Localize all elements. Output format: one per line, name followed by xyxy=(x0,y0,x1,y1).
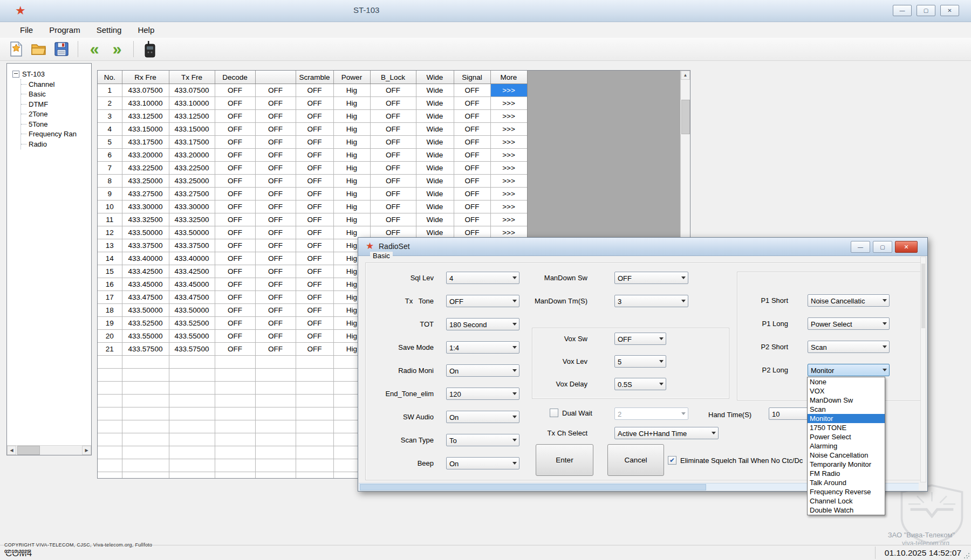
table-cell[interactable]: 433.17500 xyxy=(169,136,215,149)
tree-item-2tone[interactable]: 2Tone xyxy=(21,109,91,120)
table-cell[interactable]: 433.32500 xyxy=(169,213,215,226)
table-cell[interactable]: OFF xyxy=(215,317,255,330)
tree-item-basic[interactable]: Basic xyxy=(21,89,91,100)
table-cell[interactable] xyxy=(296,433,333,446)
table-cell[interactable] xyxy=(169,395,215,407)
table-cell[interactable]: OFF xyxy=(296,317,333,330)
tx-tone-dropdown[interactable]: OFF xyxy=(446,295,519,307)
table-cell[interactable]: 433.42500 xyxy=(169,265,215,278)
save-mode-dropdown[interactable]: 1:4 xyxy=(446,341,519,354)
table-cell[interactable]: OFF xyxy=(296,265,333,278)
table-cell[interactable]: OFF xyxy=(370,149,416,162)
table-cell[interactable]: 433.10000 xyxy=(122,97,169,110)
table-cell[interactable]: OFF xyxy=(296,278,333,291)
list-item[interactable]: ManDown Sw xyxy=(808,396,885,405)
table-cell[interactable]: Hig xyxy=(333,188,370,201)
table-cell[interactable]: Hig xyxy=(333,110,370,123)
table-cell[interactable] xyxy=(122,459,169,472)
scrollbar-thumb[interactable] xyxy=(360,484,706,490)
tree-item-5tone[interactable]: 5Tone xyxy=(21,119,91,129)
table-cell[interactable]: 14 xyxy=(98,252,122,265)
table-cell[interactable]: OFF xyxy=(454,110,490,123)
table-cell[interactable] xyxy=(169,433,215,446)
table-cell[interactable] xyxy=(215,356,255,369)
table-cell[interactable]: OFF xyxy=(215,213,255,226)
table-cell[interactable]: 2 xyxy=(98,97,122,110)
table-cell[interactable] xyxy=(255,459,296,472)
table-cell[interactable] xyxy=(296,356,333,369)
tree-item-dtmf[interactable]: DTMF xyxy=(21,99,91,109)
scroll-right-icon[interactable]: ▶ xyxy=(82,446,91,455)
table-cell[interactable]: 433.12500 xyxy=(122,110,169,123)
menu-setting[interactable]: Setting xyxy=(88,22,130,38)
table-cell[interactable]: 18 xyxy=(98,304,122,317)
enter-button[interactable]: Enter xyxy=(536,444,593,476)
table-cell[interactable]: OFF xyxy=(215,343,255,356)
table-cell[interactable]: OFF xyxy=(255,201,296,213)
table-cell[interactable]: 433.25000 xyxy=(169,175,215,188)
table-cell[interactable]: OFF xyxy=(296,188,333,201)
vox-delay-dropdown[interactable]: 0.5S xyxy=(614,378,666,390)
table-cell[interactable]: 433.20000 xyxy=(122,149,169,162)
end-tone-elim-dropdown[interactable]: 120 xyxy=(446,388,519,400)
table-cell[interactable]: 11 xyxy=(98,213,122,226)
table-cell[interactable]: 20 xyxy=(98,330,122,343)
list-item[interactable]: VOX xyxy=(808,386,885,396)
table-cell[interactable]: OFF xyxy=(370,188,416,201)
table-cell[interactable]: >>> xyxy=(490,84,527,97)
table-cell[interactable]: OFF xyxy=(215,252,255,265)
table-cell[interactable]: Wide xyxy=(416,136,454,149)
list-item[interactable]: FM Radio xyxy=(808,469,885,478)
table-cell[interactable]: OFF xyxy=(370,97,416,110)
table-cell[interactable]: OFF xyxy=(255,304,296,317)
resize-grip[interactable] xyxy=(963,552,970,559)
new-file-icon[interactable] xyxy=(8,40,25,58)
table-cell[interactable]: 433.55000 xyxy=(169,330,215,343)
table-cell[interactable]: OFF xyxy=(255,97,296,110)
table-cell[interactable] xyxy=(98,420,122,433)
table-cell[interactable] xyxy=(255,356,296,369)
table-cell[interactable] xyxy=(98,433,122,446)
radio-moni-dropdown[interactable]: On xyxy=(446,364,519,377)
table-cell[interactable]: OFF xyxy=(454,97,490,110)
table-cell[interactable]: 21 xyxy=(98,343,122,356)
table-cell[interactable] xyxy=(255,369,296,382)
table-cell[interactable] xyxy=(122,356,169,369)
table-cell[interactable] xyxy=(296,446,333,459)
table-cell[interactable]: OFF xyxy=(296,97,333,110)
column-header[interactable]: More xyxy=(490,71,527,84)
list-item[interactable]: Power Select xyxy=(808,432,885,441)
table-cell[interactable] xyxy=(98,382,122,395)
table-cell[interactable]: OFF xyxy=(370,162,416,175)
table-cell[interactable]: OFF xyxy=(215,123,255,136)
table-cell[interactable]: OFF xyxy=(454,136,490,149)
table-cell[interactable]: 433.45000 xyxy=(169,278,215,291)
table-cell[interactable] xyxy=(296,459,333,472)
table-cell[interactable]: OFF xyxy=(255,226,296,239)
table-cell[interactable]: >>> xyxy=(490,97,527,110)
table-cell[interactable]: Wide xyxy=(416,175,454,188)
table-cell[interactable]: 15 xyxy=(98,265,122,278)
table-cell[interactable]: OFF xyxy=(215,175,255,188)
table-cell[interactable]: Wide xyxy=(416,149,454,162)
table-cell[interactable]: Hig xyxy=(333,97,370,110)
sql-lev-dropdown[interactable]: 4 xyxy=(446,272,519,284)
table-cell[interactable] xyxy=(98,459,122,472)
table-cell[interactable] xyxy=(255,382,296,395)
table-cell[interactable] xyxy=(215,446,255,459)
table-cell[interactable] xyxy=(296,407,333,420)
table-cell[interactable]: OFF xyxy=(370,175,416,188)
scrollbar-thumb[interactable] xyxy=(921,264,925,328)
table-cell[interactable]: Wide xyxy=(416,162,454,175)
table-cell[interactable]: 433.17500 xyxy=(122,136,169,149)
scroll-up-icon[interactable]: ▲ xyxy=(681,71,690,80)
table-cell[interactable]: 433.42500 xyxy=(122,265,169,278)
p2-long-dropdown[interactable]: Monitor xyxy=(808,364,890,376)
table-cell[interactable]: OFF xyxy=(296,304,333,317)
table-cell[interactable]: Wide xyxy=(416,84,454,97)
table-cell[interactable] xyxy=(122,433,169,446)
table-cell[interactable]: Hig xyxy=(333,201,370,213)
table-cell[interactable] xyxy=(215,433,255,446)
cancel-button[interactable]: Cancel xyxy=(607,444,664,476)
table-cell[interactable]: 433.50000 xyxy=(122,304,169,317)
